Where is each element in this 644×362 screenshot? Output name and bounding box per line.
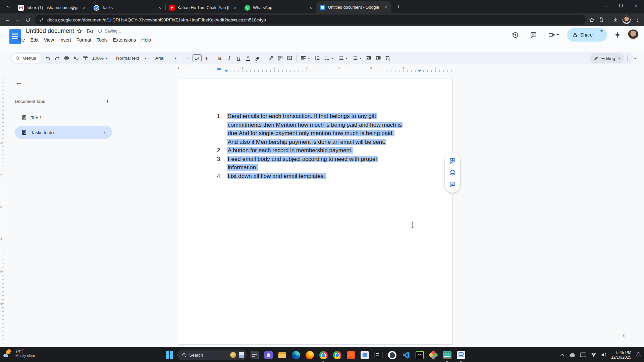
browser-tab-whatsapp[interactable]: WhatsApp × xyxy=(241,2,316,13)
new-tab-button[interactable]: + xyxy=(394,3,403,11)
version-history-button[interactable] xyxy=(509,28,522,42)
document-title[interactable]: Untitled document xyxy=(25,27,74,35)
browser-menu-icon[interactable]: ⋮ xyxy=(635,17,640,23)
taskbar-drawio[interactable] xyxy=(428,349,439,361)
tab-search-button[interactable] xyxy=(3,2,13,12)
keyboard-icon[interactable] xyxy=(580,352,586,357)
tab-close-icon[interactable]: × xyxy=(308,5,314,11)
browser-tab-gmail[interactable]: Inbox (1) - ishann.tforce@gmai × xyxy=(15,2,90,13)
suggest-edits-button[interactable] xyxy=(447,179,458,189)
line-spacing-button[interactable] xyxy=(313,54,322,63)
tab-close-icon[interactable]: × xyxy=(81,5,87,11)
back-arrow-button[interactable]: ← xyxy=(13,76,25,88)
tray-expand-icon[interactable] xyxy=(559,352,565,358)
selected-text[interactable]: A button for each record in membership p… xyxy=(227,147,353,154)
align-button[interactable] xyxy=(299,54,312,63)
checklist-button[interactable] xyxy=(322,54,336,63)
share-dropdown[interactable] xyxy=(596,32,607,38)
paragraph-style-select[interactable]: Normal text xyxy=(114,54,149,63)
wifi-icon[interactable] xyxy=(591,352,597,357)
taskbar-brave[interactable] xyxy=(345,349,357,361)
window-minimize-button[interactable]: — xyxy=(598,0,613,11)
font-select[interactable]: Arial xyxy=(153,54,179,63)
taskbar-firefox[interactable] xyxy=(304,349,315,361)
extensions-icon[interactable] xyxy=(599,17,604,22)
browser-tab-docs-active[interactable]: Untitled document - Google Do × xyxy=(316,1,391,13)
forward-button[interactable]: → xyxy=(13,15,23,25)
add-tab-button[interactable]: + xyxy=(103,97,112,106)
insert-image-button[interactable] xyxy=(285,54,294,63)
site-settings-icon[interactable] xyxy=(39,17,44,22)
decrease-indent-button[interactable] xyxy=(364,54,373,63)
menu-help[interactable]: Help xyxy=(139,36,154,44)
text-color-button[interactable]: A xyxy=(244,54,253,63)
add-comment-float-button[interactable] xyxy=(447,156,458,166)
spell-check-button[interactable] xyxy=(71,54,80,63)
paint-format-button[interactable] xyxy=(81,54,90,63)
selected-text[interactable]: Send emails for each transaction. If tha… xyxy=(227,113,377,119)
editing-mode-select[interactable]: Editing xyxy=(590,53,625,63)
undo-button[interactable] xyxy=(43,54,52,63)
taskbar-terminal[interactable] xyxy=(373,349,384,361)
selected-text[interactable]: information. xyxy=(227,164,258,171)
download-icon[interactable] xyxy=(612,17,618,23)
underline-button[interactable]: U xyxy=(234,54,243,63)
right-indent-marker[interactable] xyxy=(418,70,421,72)
collapse-panel-icon[interactable]: ‹ xyxy=(623,331,625,339)
menu-tools[interactable]: Tools xyxy=(94,36,110,44)
browser-tab-youtube[interactable]: Kahan Ho Tum Chale Aao [Lyric × xyxy=(166,2,241,13)
taskbar-app-3[interactable] xyxy=(359,349,370,361)
sidebar-item-tab-1[interactable]: Tab 1 xyxy=(15,111,112,124)
selected-text[interactable]: Feed email body and subject according to… xyxy=(227,156,378,162)
clear-formatting-button[interactable] xyxy=(383,54,392,63)
taskbar-chrome-2[interactable] xyxy=(331,349,343,361)
bookmark-star-icon[interactable] xyxy=(589,17,595,23)
selected-text[interactable]: commitments then Mention how much is bei… xyxy=(227,122,402,128)
onedrive-icon[interactable] xyxy=(569,352,576,357)
start-button[interactable] xyxy=(164,349,175,361)
numbered-list-button[interactable]: 12 xyxy=(350,54,364,63)
taskbar-app-1[interactable] xyxy=(249,349,260,361)
horizontal-ruler[interactable]: 1 1 2 3 4 5 6 7 xyxy=(178,66,453,72)
notifications-bell-icon[interactable] xyxy=(636,352,641,358)
taskbar-file-explorer[interactable] xyxy=(276,349,288,361)
gemini-button[interactable] xyxy=(612,28,623,42)
taskbar-app-2[interactable] xyxy=(263,349,274,361)
taskbar-notepad[interactable] xyxy=(441,349,453,361)
left-indent-marker[interactable] xyxy=(225,70,228,72)
bulleted-list-button[interactable] xyxy=(336,54,350,63)
document-page[interactable]: 1. Send emails for each transaction. If … xyxy=(178,78,453,345)
first-line-indent-marker[interactable] xyxy=(217,68,221,70)
add-emoji-reaction-button[interactable] xyxy=(447,168,458,178)
browser-profile-avatar[interactable] xyxy=(622,15,631,24)
address-bar[interactable]: docs.google.com/document/d/1IlCRHsXQCY-J… xyxy=(35,15,586,24)
collapse-toolbar-button[interactable] xyxy=(630,54,639,63)
tab-close-icon[interactable]: × xyxy=(383,4,389,10)
taskbar-pycharm[interactable]: PC xyxy=(414,349,425,361)
window-maximize-button[interactable] xyxy=(613,0,629,11)
taskbar-search[interactable]: Search xyxy=(177,350,247,360)
taskbar-clock[interactable]: 5:45 PM 12/10/2025 xyxy=(611,350,631,360)
taskbar-edge[interactable] xyxy=(290,349,302,361)
print-button[interactable] xyxy=(62,54,71,63)
increase-indent-button[interactable] xyxy=(374,54,383,63)
increase-font-size-button[interactable]: + xyxy=(202,54,211,63)
menu-file[interactable]: File xyxy=(15,36,28,44)
taskbar-vscode[interactable] xyxy=(400,349,412,361)
browser-tab-tasks[interactable]: Tasks × xyxy=(90,2,165,13)
menu-view[interactable]: View xyxy=(41,36,57,44)
selected-text[interactable]: due.And for single payment only mention … xyxy=(227,130,394,136)
font-size-input[interactable]: 14 xyxy=(193,54,202,62)
volume-icon[interactable] xyxy=(601,352,607,357)
zoom-select[interactable]: 100% xyxy=(90,54,110,63)
add-comment-button[interactable] xyxy=(276,54,285,63)
video-call-button[interactable] xyxy=(545,28,562,42)
taskbar-taskpro[interactable]: TaskPro xyxy=(455,349,467,361)
menu-insert[interactable]: Insert xyxy=(57,36,74,44)
share-button[interactable]: Share xyxy=(567,28,607,42)
italic-button[interactable]: I xyxy=(225,54,234,63)
account-avatar[interactable] xyxy=(628,29,639,40)
sidebar-item-tasks-to-do[interactable]: Tasks to do ⋮ xyxy=(15,126,112,139)
reload-button[interactable] xyxy=(23,15,33,25)
selected-text[interactable]: And also if Membership payment is done a… xyxy=(227,139,386,145)
